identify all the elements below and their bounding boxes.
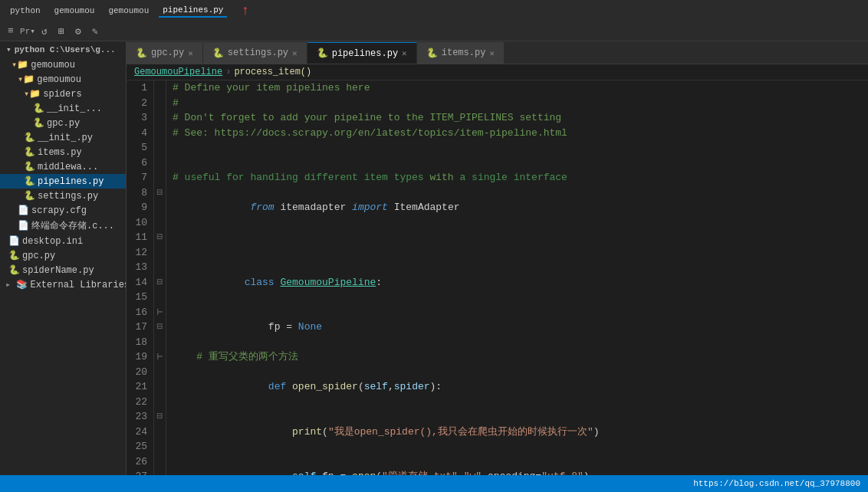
code-line-5	[173, 140, 862, 156]
line-text: from itemadapter import ItemAdapter	[173, 185, 460, 231]
py-file-icon5: 🐍	[24, 161, 35, 172]
py-tab-icon4: 🐍	[426, 48, 438, 59]
line-text: self.fp = open("管道存储.txt","w",encoding="…	[173, 454, 590, 476]
code-line-10	[173, 245, 862, 261]
py-file-icon7: 🐍	[24, 190, 35, 202]
py-file-icon8: 🐍	[8, 250, 20, 261]
line-numbers: 1 2 3 4 5 6 7 8 9 10 11 12 13 14 15 16 1…	[127, 80, 154, 475]
folder-open-icon3: ▾📁	[24, 88, 41, 100]
py-file-icon9: 🐍	[8, 264, 20, 276]
settings-icon[interactable]: ⚙	[71, 24, 86, 39]
file-sidebar: ▾ python C:\Users\g... ▾📁 gemoumou ▾📁 ge…	[0, 41, 127, 475]
code-editor[interactable]: 1 2 3 4 5 6 7 8 9 10 11 12 13 14 15 16 1…	[127, 80, 868, 475]
folder-icon: ▾	[6, 44, 12, 54]
tab-items[interactable]: 🐍 items.py ✕	[417, 42, 505, 64]
close-tab-items[interactable]: ✕	[489, 48, 495, 58]
sidebar-item-ext-libraries[interactable]: ▸ 📚 External Libraries	[0, 277, 126, 292]
sidebar-item-label: __init_.py	[38, 133, 93, 143]
sidebar-item-gemoumou2[interactable]: ▾📁 gemoumou	[0, 72, 126, 87]
sidebar-item-label: External Libraries	[30, 280, 126, 290]
tab-settings[interactable]: 🐍 settings.py ✕	[203, 42, 307, 64]
edit-icon[interactable]: ✎	[87, 24, 103, 39]
code-line-12: fp = None	[173, 305, 862, 350]
sidebar-item-gpc2[interactable]: 🐍 gpc.py	[0, 248, 126, 263]
breadcrumb: GemoumouPipeline › process_item()	[127, 64, 868, 80]
sidebar-item-init1[interactable]: 🐍 __init_...	[0, 101, 126, 116]
py-tab-icon3: 🐍	[317, 48, 328, 59]
grid-icon[interactable]: ⊞	[54, 24, 69, 39]
sidebar-item-pipelines[interactable]: 🐍 pipelines.py	[0, 174, 126, 189]
line-text: class GemoumouPipeline:	[173, 260, 382, 305]
tab-gpc[interactable]: 🐍 gpc.py ✕	[127, 42, 203, 64]
refresh-icon[interactable]: ↺	[37, 24, 52, 39]
sidebar-item-label: items.py	[38, 147, 82, 158]
sidebar-item-label: pipelines.py	[38, 176, 104, 187]
sidebar-item-terminal[interactable]: 📄 终端命令存储.c...	[0, 218, 126, 234]
window-tab-gemoumou2[interactable]: gemoumou	[104, 5, 153, 17]
close-tab-settings[interactable]: ✕	[292, 48, 298, 58]
line-text: # useful for handling different item typ…	[173, 170, 567, 185]
tab-label: pipelines.py	[332, 48, 398, 59]
project-btn[interactable]: Pr▾	[20, 24, 35, 39]
menu-icon[interactable]: ≡	[3, 24, 18, 39]
window-tab-python[interactable]: python	[6, 5, 44, 17]
close-tab-gpc[interactable]: ✕	[188, 48, 193, 58]
tab-label: gpc.py	[151, 48, 184, 58]
editor-area: ▾ python C:\Users\g... ▾📁 gemoumou ▾📁 ge…	[0, 41, 868, 475]
line-text: # Define your item pipelines here	[173, 80, 370, 96]
sidebar-item-gemoumou1[interactable]: ▾📁 gemoumou	[0, 57, 126, 72]
fold-gutter: ⊟ ⊟ ⊟ ⊢ ⊟ ⊢ ⊟	[154, 80, 166, 475]
code-line-7: # useful for handling different item typ…	[173, 170, 862, 185]
folder-open-icon2: ▾📁	[18, 74, 35, 85]
breadcrumb-sep: ›	[225, 67, 231, 77]
sidebar-item-middleware[interactable]: 🐍 middlewa...	[0, 159, 126, 174]
toolbar: ≡ Pr▾ ↺ ⊞ ⚙ ✎	[0, 21, 868, 41]
sidebar-item-desktop[interactable]: 📄 desktop.ini	[0, 234, 126, 248]
window-tab-pipelines[interactable]: pipelines.py	[159, 4, 227, 18]
line-text: def open_spider(self,spider):	[173, 365, 442, 410]
sidebar-item-label: gpc.py	[22, 251, 55, 261]
py-file-icon3: 🐍	[24, 132, 35, 143]
py-tab-icon: 🐍	[136, 48, 147, 59]
breadcrumb-method[interactable]: process_item()	[234, 67, 311, 77]
breadcrumb-class[interactable]: GemoumouPipeline	[134, 67, 222, 77]
close-tab-pipelines[interactable]: ✕	[402, 48, 407, 58]
tab-label: settings.py	[228, 48, 288, 58]
tab-label: items.py	[442, 48, 486, 58]
sidebar-item-label: middlewa...	[38, 162, 98, 172]
folder-open-icon: ▾📁	[12, 59, 28, 71]
sidebar-item-settings[interactable]: 🐍 settings.py	[0, 189, 126, 203]
tab-pipelines[interactable]: 🐍 pipelines.py ✕	[307, 42, 417, 64]
cfg-file-icon: 📄	[18, 205, 29, 216]
line-text: # Don't forget to add your pipeline to t…	[173, 110, 561, 126]
sidebar-item-label: desktop.ini	[22, 236, 83, 247]
code-line-3: # Don't forget to add your pipeline to t…	[173, 110, 862, 126]
code-line-14: def open_spider(self,spider):	[173, 365, 862, 410]
code-line-8: from itemadapter import ItemAdapter	[173, 185, 862, 231]
window-tab-bar: python gemoumou gemoumou pipelines.py ↑	[0, 0, 868, 21]
code-line-9	[173, 230, 862, 245]
sidebar-item-gpc1[interactable]: 🐍 gpc.py	[0, 116, 126, 130]
sidebar-item-label: 终端命令存储.c...	[31, 219, 114, 232]
code-line-15: print("我是open_spider(),我只会在爬虫开始的时候执行一次")	[173, 409, 862, 454]
sidebar-item-spiders[interactable]: ▾📁 spiders	[0, 87, 126, 101]
py-file-icon2: 🐍	[33, 117, 44, 129]
sidebar-item-scrapy-cfg[interactable]: 📄 scrapy.cfg	[0, 203, 126, 218]
line-text: print("我是open_spider(),我只会在爬虫开始的时候执行一次")	[173, 409, 600, 454]
status-bar: https://blog.csdn.net/qq_37978800	[0, 475, 868, 492]
line-text: fp = None	[173, 305, 322, 350]
window-tab-gemoumou1[interactable]: gemoumou	[51, 5, 99, 17]
py-file-icon6: 🐍	[24, 175, 35, 187]
py-file-icon: 🐍	[33, 103, 44, 114]
sidebar-item-spidername[interactable]: 🐍 spiderName.py	[0, 263, 126, 277]
line-text: # See: https://docs.scrapy.org/en/latest…	[173, 126, 567, 141]
txt-file-icon: 📄	[18, 220, 29, 231]
code-content[interactable]: # Define your item pipelines here # # Do…	[166, 80, 868, 475]
sidebar-item-items[interactable]: 🐍 items.py	[0, 145, 126, 159]
code-line-4: # See: https://docs.scrapy.org/en/latest…	[173, 126, 862, 141]
sidebar-item-init2[interactable]: 🐍 __init_.py	[0, 130, 126, 145]
sidebar-item-label: spiders	[43, 89, 81, 100]
arrow-indicator: ↑	[241, 3, 249, 18]
sidebar-item-label: spiderName.py	[22, 265, 94, 276]
sidebar-header[interactable]: ▾ python C:\Users\g...	[0, 41, 126, 57]
